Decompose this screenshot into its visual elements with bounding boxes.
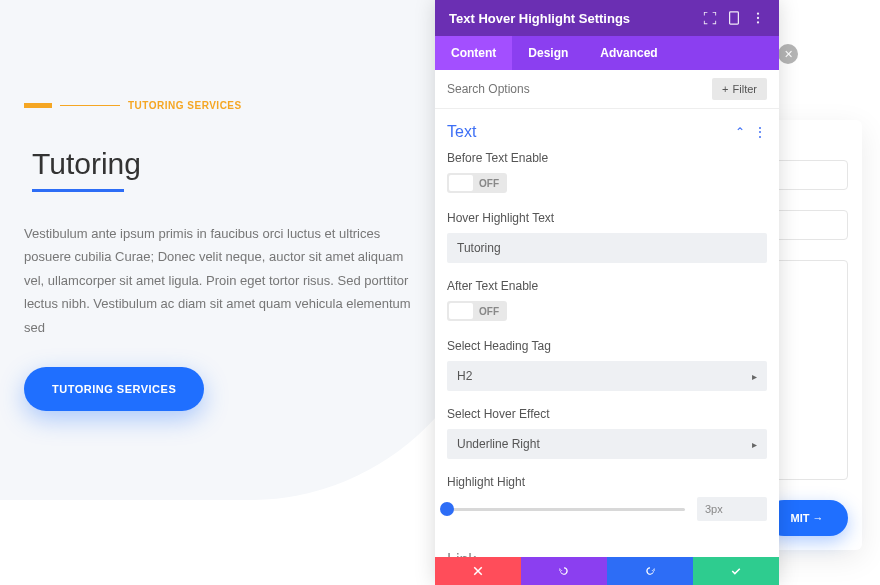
eyebrow-line xyxy=(60,105,120,106)
chevron-up-icon: ⌃ xyxy=(735,125,745,139)
toggle-after-enable[interactable]: OFF xyxy=(447,301,507,321)
panel-title: Text Hover Highlight Settings xyxy=(449,11,693,26)
cta-button[interactable]: TUTORING SERVICES xyxy=(24,367,204,411)
field-after-enable: After Text Enable OFF xyxy=(447,279,767,323)
filter-label: Filter xyxy=(733,83,757,95)
slider-thumb[interactable] xyxy=(440,502,454,516)
toggle-knob xyxy=(449,303,473,319)
label-highlight-text: Hover Highlight Text xyxy=(447,211,767,225)
search-input[interactable] xyxy=(447,78,704,100)
redo-button[interactable] xyxy=(607,557,693,585)
input-highlight-text[interactable] xyxy=(447,233,767,263)
slider-highlight-height[interactable] xyxy=(447,508,685,511)
select-heading-tag[interactable] xyxy=(447,361,767,391)
search-row: +Filter xyxy=(435,70,779,109)
select-hover-effect[interactable] xyxy=(447,429,767,459)
field-hover-effect: Select Hover Effect ▸ xyxy=(447,407,767,459)
filter-button[interactable]: +Filter xyxy=(712,78,767,100)
tab-advanced[interactable]: Advanced xyxy=(584,36,673,70)
section-text-header[interactable]: Text ⌃ ⋮ xyxy=(447,109,767,151)
field-highlight-text: Hover Highlight Text xyxy=(447,211,767,263)
dots-icon[interactable] xyxy=(751,11,765,25)
svg-point-2 xyxy=(757,17,759,19)
panel-titlebar: Text Hover Highlight Settings xyxy=(435,0,779,36)
svg-point-1 xyxy=(757,12,759,14)
svg-rect-0 xyxy=(730,12,739,24)
section-text-title: Text xyxy=(447,123,735,141)
chevron-down-icon: ⌄ xyxy=(757,553,767,557)
panel-tabs: Content Design Advanced xyxy=(435,36,779,70)
tab-content[interactable]: Content xyxy=(435,36,512,70)
field-highlight-height: Highlight Hight xyxy=(447,475,767,521)
panel-footer xyxy=(435,557,779,585)
label-highlight-height: Highlight Hight xyxy=(447,475,767,489)
label-after-enable: After Text Enable xyxy=(447,279,767,293)
section-dots-icon[interactable]: ⋮ xyxy=(753,124,767,140)
field-before-enable: Before Text Enable OFF xyxy=(447,151,767,195)
save-button[interactable] xyxy=(693,557,779,585)
expand-icon[interactable] xyxy=(703,11,717,25)
eyebrow-bar xyxy=(24,103,52,108)
eyebrow-text: TUTORING SERVICES xyxy=(128,100,242,111)
heading-underline xyxy=(32,189,124,192)
toggle-knob xyxy=(449,175,473,191)
settings-panel: Text Hover Highlight Settings Content De… xyxy=(435,0,779,585)
toggle-state: OFF xyxy=(473,306,505,317)
section-link-header[interactable]: Link ⌄ xyxy=(447,537,767,557)
body-text: Vestibulum ante ipsum primis in faucibus… xyxy=(24,222,424,339)
field-heading-tag: Select Heading Tag ▸ xyxy=(447,339,767,391)
toggle-before-enable[interactable]: OFF xyxy=(447,173,507,193)
toggle-state: OFF xyxy=(473,178,505,189)
tablet-icon[interactable] xyxy=(727,11,741,25)
label-before-enable: Before Text Enable xyxy=(447,151,767,165)
undo-button[interactable] xyxy=(521,557,607,585)
svg-point-3 xyxy=(757,21,759,23)
label-hover-effect: Select Hover Effect xyxy=(447,407,767,421)
plus-icon: + xyxy=(722,83,728,95)
cancel-button[interactable] xyxy=(435,557,521,585)
value-highlight-height[interactable] xyxy=(697,497,767,521)
panel-body[interactable]: Text ⌃ ⋮ Before Text Enable OFF Hover Hi… xyxy=(435,109,779,557)
label-heading-tag: Select Heading Tag xyxy=(447,339,767,353)
section-link-title: Link xyxy=(447,551,757,557)
close-icon[interactable]: ✕ xyxy=(778,44,798,64)
tab-design[interactable]: Design xyxy=(512,36,584,70)
